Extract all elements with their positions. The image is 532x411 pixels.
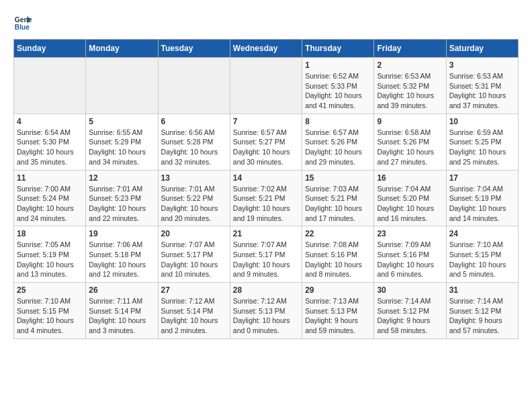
day-info: Sunrise: 6:57 AM Sunset: 5:27 PM Dayligh…	[233, 128, 299, 167]
calendar-cell: 13Sunrise: 7:01 AM Sunset: 5:22 PM Dayli…	[158, 170, 230, 226]
calendar-cell: 6Sunrise: 6:56 AM Sunset: 5:28 PM Daylig…	[158, 113, 230, 170]
week-row-4: 18Sunrise: 7:05 AM Sunset: 5:19 PM Dayli…	[14, 226, 519, 283]
day-info: Sunrise: 7:06 AM Sunset: 5:18 PM Dayligh…	[89, 240, 154, 279]
day-number: 24	[449, 229, 515, 238]
calendar-cell: 19Sunrise: 7:06 AM Sunset: 5:18 PM Dayli…	[86, 226, 158, 283]
calendar-cell: 3Sunrise: 6:53 AM Sunset: 5:31 PM Daylig…	[446, 58, 518, 114]
day-info: Sunrise: 7:10 AM Sunset: 5:15 PM Dayligh…	[449, 240, 515, 279]
day-number: 3	[449, 60, 515, 70]
calendar-cell: 9Sunrise: 6:58 AM Sunset: 5:26 PM Daylig…	[374, 113, 446, 170]
day-number: 6	[161, 117, 227, 126]
calendar-cell: 7Sunrise: 6:57 AM Sunset: 5:27 PM Daylig…	[230, 113, 302, 170]
day-info: Sunrise: 7:14 AM Sunset: 5:12 PM Dayligh…	[377, 296, 443, 336]
calendar-cell: 4Sunrise: 6:54 AM Sunset: 5:30 PM Daylig…	[14, 113, 86, 170]
day-info: Sunrise: 6:57 AM Sunset: 5:26 PM Dayligh…	[305, 128, 371, 167]
calendar-cell: 11Sunrise: 7:00 AM Sunset: 5:24 PM Dayli…	[14, 170, 86, 226]
day-info: Sunrise: 7:13 AM Sunset: 5:13 PM Dayligh…	[305, 296, 371, 336]
day-info: Sunrise: 6:54 AM Sunset: 5:30 PM Dayligh…	[17, 128, 83, 167]
calendar-cell	[158, 58, 230, 114]
calendar-cell: 30Sunrise: 7:14 AM Sunset: 5:12 PM Dayli…	[374, 283, 446, 339]
day-number: 7	[233, 117, 299, 126]
day-info: Sunrise: 7:01 AM Sunset: 5:23 PM Dayligh…	[89, 184, 154, 224]
day-info: Sunrise: 6:53 AM Sunset: 5:32 PM Dayligh…	[377, 71, 443, 111]
calendar-cell: 29Sunrise: 7:13 AM Sunset: 5:13 PM Dayli…	[302, 283, 374, 339]
day-info: Sunrise: 7:08 AM Sunset: 5:16 PM Dayligh…	[305, 240, 371, 279]
day-number: 13	[161, 173, 227, 183]
day-number: 10	[449, 117, 515, 126]
day-info: Sunrise: 7:12 AM Sunset: 5:14 PM Dayligh…	[161, 296, 227, 336]
day-info: Sunrise: 7:07 AM Sunset: 5:17 PM Dayligh…	[161, 240, 227, 279]
day-number: 8	[305, 117, 371, 126]
weekday-header-row: SundayMondayTuesdayWednesdayThursdayFrid…	[14, 40, 519, 58]
day-number: 18	[17, 229, 83, 238]
day-info: Sunrise: 7:11 AM Sunset: 5:14 PM Dayligh…	[89, 296, 154, 336]
calendar-cell: 27Sunrise: 7:12 AM Sunset: 5:14 PM Dayli…	[158, 283, 230, 339]
week-row-1: 1Sunrise: 6:52 AM Sunset: 5:33 PM Daylig…	[14, 58, 519, 114]
calendar-cell: 24Sunrise: 7:10 AM Sunset: 5:15 PM Dayli…	[446, 226, 518, 283]
calendar-cell: 22Sunrise: 7:08 AM Sunset: 5:16 PM Dayli…	[302, 226, 374, 283]
day-number: 5	[89, 117, 154, 126]
day-number: 21	[233, 229, 299, 238]
calendar-cell: 18Sunrise: 7:05 AM Sunset: 5:19 PM Dayli…	[14, 226, 86, 283]
day-number: 2	[377, 60, 443, 70]
weekday-header-monday: Monday	[86, 40, 158, 58]
day-number: 27	[161, 285, 227, 295]
day-number: 12	[89, 173, 154, 183]
day-number: 29	[305, 285, 371, 295]
day-number: 22	[305, 229, 371, 238]
day-info: Sunrise: 7:01 AM Sunset: 5:22 PM Dayligh…	[161, 184, 227, 224]
day-number: 30	[377, 285, 443, 295]
calendar-cell: 10Sunrise: 6:59 AM Sunset: 5:25 PM Dayli…	[446, 113, 518, 170]
day-number: 4	[17, 117, 83, 126]
weekday-header-friday: Friday	[374, 40, 446, 58]
day-info: Sunrise: 6:59 AM Sunset: 5:25 PM Dayligh…	[449, 128, 515, 167]
calendar-cell: 17Sunrise: 7:04 AM Sunset: 5:19 PM Dayli…	[446, 170, 518, 226]
calendar-cell: 1Sunrise: 6:52 AM Sunset: 5:33 PM Daylig…	[302, 58, 374, 114]
calendar-cell	[230, 58, 302, 114]
day-info: Sunrise: 6:52 AM Sunset: 5:33 PM Dayligh…	[305, 71, 371, 111]
calendar-cell: 26Sunrise: 7:11 AM Sunset: 5:14 PM Dayli…	[86, 283, 158, 339]
weekday-header-wednesday: Wednesday	[230, 40, 302, 58]
page-header: General Blue	[13, 13, 519, 32]
day-info: Sunrise: 7:14 AM Sunset: 5:12 PM Dayligh…	[449, 296, 515, 336]
day-number: 9	[377, 117, 443, 126]
day-info: Sunrise: 6:53 AM Sunset: 5:31 PM Dayligh…	[449, 71, 515, 111]
calendar-cell: 2Sunrise: 6:53 AM Sunset: 5:32 PM Daylig…	[374, 58, 446, 114]
day-number: 1	[305, 60, 371, 70]
day-number: 28	[233, 285, 299, 295]
calendar-cell: 28Sunrise: 7:12 AM Sunset: 5:13 PM Dayli…	[230, 283, 302, 339]
weekday-header-thursday: Thursday	[302, 40, 374, 58]
week-row-2: 4Sunrise: 6:54 AM Sunset: 5:30 PM Daylig…	[14, 113, 519, 170]
calendar-cell: 25Sunrise: 7:10 AM Sunset: 5:15 PM Dayli…	[14, 283, 86, 339]
calendar-cell: 5Sunrise: 6:55 AM Sunset: 5:29 PM Daylig…	[86, 113, 158, 170]
calendar-cell: 20Sunrise: 7:07 AM Sunset: 5:17 PM Dayli…	[158, 226, 230, 283]
calendar-cell: 16Sunrise: 7:04 AM Sunset: 5:20 PM Dayli…	[374, 170, 446, 226]
calendar-cell: 23Sunrise: 7:09 AM Sunset: 5:16 PM Dayli…	[374, 226, 446, 283]
day-number: 25	[17, 285, 83, 295]
day-number: 17	[449, 173, 515, 183]
calendar-cell: 15Sunrise: 7:03 AM Sunset: 5:21 PM Dayli…	[302, 170, 374, 226]
day-number: 19	[89, 229, 154, 238]
day-info: Sunrise: 6:56 AM Sunset: 5:28 PM Dayligh…	[161, 128, 227, 167]
day-number: 23	[377, 229, 443, 238]
weekday-header-tuesday: Tuesday	[158, 40, 230, 58]
day-info: Sunrise: 7:03 AM Sunset: 5:21 PM Dayligh…	[305, 184, 371, 224]
day-info: Sunrise: 7:05 AM Sunset: 5:19 PM Dayligh…	[17, 240, 83, 279]
day-info: Sunrise: 7:04 AM Sunset: 5:20 PM Dayligh…	[377, 184, 443, 224]
day-number: 16	[377, 173, 443, 183]
day-info: Sunrise: 6:58 AM Sunset: 5:26 PM Dayligh…	[377, 128, 443, 167]
calendar-cell: 31Sunrise: 7:14 AM Sunset: 5:12 PM Dayli…	[446, 283, 518, 339]
day-info: Sunrise: 7:07 AM Sunset: 5:17 PM Dayligh…	[233, 240, 299, 279]
day-number: 31	[449, 285, 515, 295]
day-info: Sunrise: 7:04 AM Sunset: 5:19 PM Dayligh…	[449, 184, 515, 224]
calendar-cell	[86, 58, 158, 114]
weekday-header-sunday: Sunday	[14, 40, 86, 58]
day-info: Sunrise: 7:12 AM Sunset: 5:13 PM Dayligh…	[233, 296, 299, 336]
day-info: Sunrise: 7:09 AM Sunset: 5:16 PM Dayligh…	[377, 240, 443, 279]
day-number: 14	[233, 173, 299, 183]
calendar-cell	[14, 58, 86, 114]
calendar-cell: 12Sunrise: 7:01 AM Sunset: 5:23 PM Dayli…	[86, 170, 158, 226]
calendar-cell: 14Sunrise: 7:02 AM Sunset: 5:21 PM Dayli…	[230, 170, 302, 226]
calendar-cell: 21Sunrise: 7:07 AM Sunset: 5:17 PM Dayli…	[230, 226, 302, 283]
logo: General Blue	[13, 13, 32, 32]
